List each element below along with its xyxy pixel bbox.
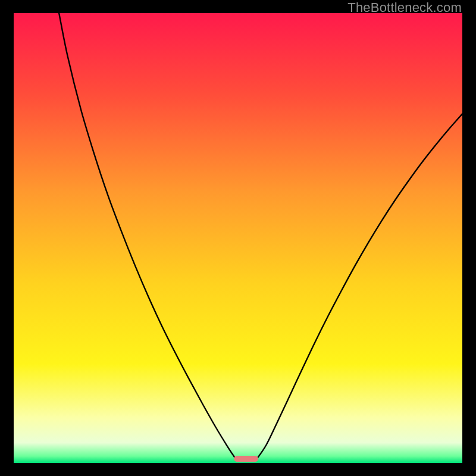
chart-frame (14, 13, 462, 463)
bottleneck-chart (14, 13, 462, 463)
bottom-marker-pill (234, 456, 258, 462)
watermark-text: TheBottleneck.com (347, 0, 462, 15)
gradient-background (14, 13, 462, 463)
